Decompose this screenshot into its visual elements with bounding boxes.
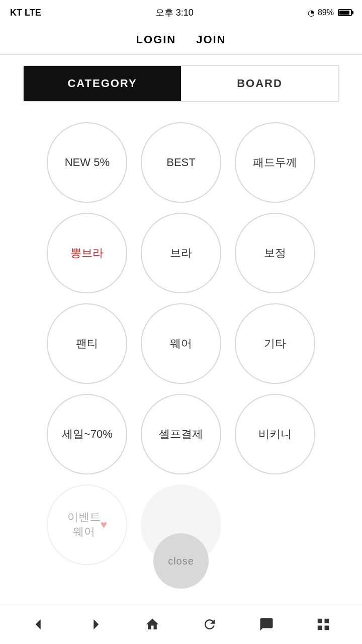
lock-icon: ◔ bbox=[308, 8, 315, 18]
header: LOGIN JOIN bbox=[0, 25, 362, 55]
bottom-nav bbox=[0, 604, 362, 644]
time-text: 오후 3:10 bbox=[155, 7, 194, 19]
category-selfpay[interactable]: 셀프결제 bbox=[141, 394, 221, 474]
nav-chat[interactable] bbox=[255, 613, 278, 635]
battery-status: ◔ 89% bbox=[308, 8, 352, 18]
category-other[interactable]: 기타 bbox=[235, 303, 315, 384]
join-link[interactable]: JOIN bbox=[196, 33, 226, 46]
category-bra[interactable]: 브라 bbox=[141, 213, 221, 293]
category-panty[interactable]: 팬티 bbox=[47, 303, 127, 384]
carrier-text: KT LTE bbox=[10, 8, 41, 18]
nav-forward[interactable] bbox=[84, 613, 107, 635]
category-wear[interactable]: 웨어 bbox=[141, 303, 221, 384]
battery-percent: 89% bbox=[318, 8, 334, 17]
svg-marker-0 bbox=[35, 619, 40, 629]
category-pad[interactable]: 패드두께 bbox=[235, 122, 315, 203]
nav-grid[interactable] bbox=[312, 613, 334, 635]
battery-icon bbox=[338, 9, 352, 16]
category-best[interactable]: BEST bbox=[141, 122, 221, 203]
tab-board[interactable]: BOARD bbox=[181, 66, 338, 101]
close-button[interactable]: close bbox=[153, 533, 209, 589]
tab-bar: CATEGORY BOARD bbox=[23, 65, 339, 102]
category-bikini[interactable]: 비키니 bbox=[235, 394, 315, 474]
category-bbong[interactable]: 뽕브라 bbox=[47, 213, 127, 293]
category-sale[interactable]: 세일~70% bbox=[47, 394, 127, 474]
tab-category[interactable]: CATEGORY bbox=[24, 66, 181, 101]
category-correction[interactable]: 보정 bbox=[235, 213, 315, 293]
category-new5[interactable]: NEW 5% bbox=[47, 122, 127, 203]
nav-refresh[interactable] bbox=[199, 613, 221, 635]
login-link[interactable]: LOGIN bbox=[136, 33, 176, 46]
nav-home[interactable] bbox=[141, 613, 163, 635]
status-bar: KT LTE 오후 3:10 ◔ 89% bbox=[0, 0, 362, 25]
svg-marker-1 bbox=[94, 619, 99, 629]
nav-back[interactable] bbox=[28, 613, 50, 635]
